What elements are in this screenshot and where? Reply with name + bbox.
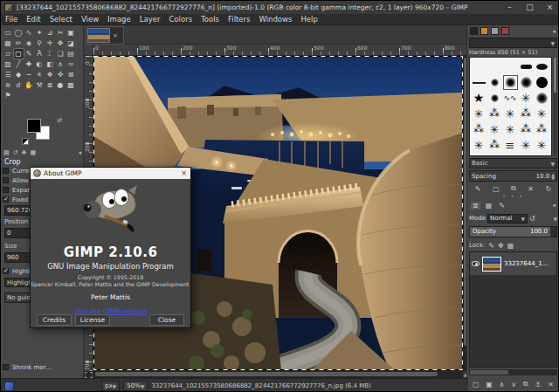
tool-icon[interactable]: ✋	[24, 80, 34, 90]
brush-texture[interactable]	[519, 107, 534, 121]
unit-dropdown[interactable]: px ▼	[101, 381, 120, 391]
dock-menu-icon[interactable]: ◂	[552, 202, 556, 209]
tool-icon[interactable]: ⚲	[35, 38, 45, 48]
checkbox[interactable]	[3, 196, 9, 203]
tool-icon[interactable]: ▤	[66, 49, 76, 58]
tool-icon[interactable]: ✏	[14, 38, 24, 48]
horizontal-scrollbar[interactable]	[93, 371, 463, 378]
brush-action-icon[interactable]: ✎	[475, 185, 481, 193]
opacity-slider[interactable]: Opacity 100.0	[469, 226, 557, 237]
tool-icon[interactable]: ╱	[14, 59, 24, 69]
tool-icon[interactable]: ◈	[24, 38, 34, 48]
zoom-dropdown[interactable]: 50% ▼	[123, 381, 148, 391]
tool-icon[interactable]: ∧	[56, 59, 66, 69]
shrink-merged-option[interactable]: Shrink mer…	[3, 362, 83, 372]
menu-file[interactable]: File	[1, 14, 22, 25]
gradients-tab-icon[interactable]	[501, 27, 509, 35]
menu-select[interactable]: Select	[45, 14, 77, 25]
tool-icon[interactable]: ▣	[66, 28, 76, 38]
brush-soft-md[interactable]	[535, 91, 549, 106]
chevron-down-icon[interactable]: ▼	[553, 216, 557, 222]
close-dialog-button[interactable]: Close	[149, 314, 184, 326]
layer-row[interactable]: 33237644_1…	[470, 252, 556, 275]
mode-dropdown[interactable]: Normal ▼	[487, 214, 528, 224]
menu-windows[interactable]: Windows	[255, 14, 297, 25]
tool-icon[interactable]: ⌶	[45, 49, 55, 58]
foreground-color-swatch[interactable]	[27, 119, 41, 133]
brush-action-icon[interactable]: ⧉	[511, 184, 516, 193]
new-group-icon[interactable]: ▣	[486, 381, 493, 389]
dialog-titlebar[interactable]: About GIMP ×	[31, 168, 190, 179]
brush-action-icon[interactable]: ↻	[546, 185, 552, 193]
tool-icon[interactable]: ✎	[24, 49, 34, 58]
tool-icon[interactable]: ▨	[3, 59, 13, 69]
brush-soft-sm[interactable]	[487, 75, 502, 90]
mode-reset-icon[interactable]: ↺	[529, 215, 535, 223]
tool-icon[interactable]: ⊠	[66, 70, 76, 79]
close-button[interactable]: ×	[540, 1, 559, 14]
tool-icon[interactable]: ✦	[35, 28, 45, 38]
menu-edit[interactable]: Edit	[22, 14, 45, 25]
brush-soft-md[interactable]	[519, 75, 534, 90]
tool-options-tab-icon[interactable]: ✥	[22, 149, 27, 156]
brush-soft-sm[interactable]	[487, 91, 502, 106]
brush-scribble[interactable]	[503, 91, 518, 106]
tool-options-tab-icon[interactable]: ▦	[30, 149, 36, 156]
tool-icon[interactable]: ∿	[24, 28, 34, 38]
dialog-close-icon[interactable]: ×	[181, 169, 187, 177]
visibility-eye-icon[interactable]	[472, 261, 480, 266]
menu-layer[interactable]: Layer	[135, 14, 165, 25]
tool-icon[interactable]: ≣	[45, 80, 55, 90]
duplicate-layer-icon[interactable]: ⧉	[523, 380, 528, 389]
default-colors-icon[interactable]	[22, 138, 29, 145]
tool-icon[interactable]: ☰	[3, 70, 13, 79]
tool-icon[interactable]: ✂	[56, 28, 66, 38]
tool-icon[interactable]: ⚑	[3, 91, 13, 100]
brush-splat[interactable]	[519, 91, 534, 106]
brush-tag-filter[interactable]: ▼	[469, 38, 557, 48]
brush-tag-dropdown[interactable]: Basic ▼	[469, 158, 557, 168]
brush-texture[interactable]	[519, 122, 534, 137]
dock-menu-icon[interactable]: ◂	[552, 28, 556, 35]
license-button[interactable]: License	[75, 314, 110, 326]
brush-soft-square[interactable]	[503, 75, 518, 90]
tool-icon[interactable]: ✛	[45, 38, 55, 48]
anchor-layer-icon[interactable]: ⚓	[535, 381, 541, 389]
tool-icon[interactable]: ◆	[14, 70, 24, 79]
brush-blank[interactable]	[503, 59, 518, 74]
tool-icon[interactable]: ❏	[56, 49, 66, 58]
shrink-merged-checkbox[interactable]	[3, 364, 9, 370]
tab-close-icon[interactable]: ×	[113, 32, 118, 39]
lock-pixels-icon[interactable]: ✎	[488, 242, 494, 250]
brush-pill[interactable]	[519, 59, 534, 74]
brush-splat[interactable]	[535, 107, 549, 121]
layers-tab-icon[interactable]: ≣	[471, 202, 480, 210]
brush-texture[interactable]	[487, 138, 502, 153]
brush-texture[interactable]	[535, 122, 549, 137]
brush-splat[interactable]	[535, 138, 549, 153]
tool-icon[interactable]: ☌	[14, 80, 24, 90]
brush-splat[interactable]	[472, 138, 487, 153]
tool-icon[interactable]: ▱	[3, 49, 13, 58]
lock-alpha-icon[interactable]: ▦	[507, 242, 514, 250]
tool-icon[interactable]: ✳	[35, 70, 45, 79]
tool-icon[interactable]: ▦	[3, 38, 13, 48]
tool-icon[interactable]: ⚒	[35, 80, 45, 90]
paths-tab-icon[interactable]: ✎	[497, 202, 507, 210]
checkbox[interactable]	[3, 177, 9, 183]
brush-blank[interactable]	[487, 59, 502, 74]
tool-icon[interactable]: ✜	[56, 70, 66, 79]
spinner-icons[interactable]: ▲▼	[551, 173, 555, 180]
raise-layer-icon[interactable]: ∧	[500, 381, 505, 389]
tool-icon[interactable]: ◧	[45, 59, 55, 69]
dock-splitter-handle[interactable]: • • •	[467, 194, 559, 199]
brush-lines[interactable]	[503, 138, 518, 153]
tool-icon[interactable]: ∼	[24, 70, 34, 79]
brush-texture[interactable]	[472, 122, 487, 137]
brush-line[interactable]	[472, 75, 487, 90]
menu-view[interactable]: View	[77, 14, 103, 25]
tool-icon[interactable]: ▩	[66, 80, 76, 90]
tool-icon[interactable]: A	[35, 49, 45, 58]
spacing-slider[interactable]: Spacing 10.0 ▲▼	[469, 170, 557, 182]
crop-tool-icon[interactable]: ▢	[14, 49, 24, 58]
